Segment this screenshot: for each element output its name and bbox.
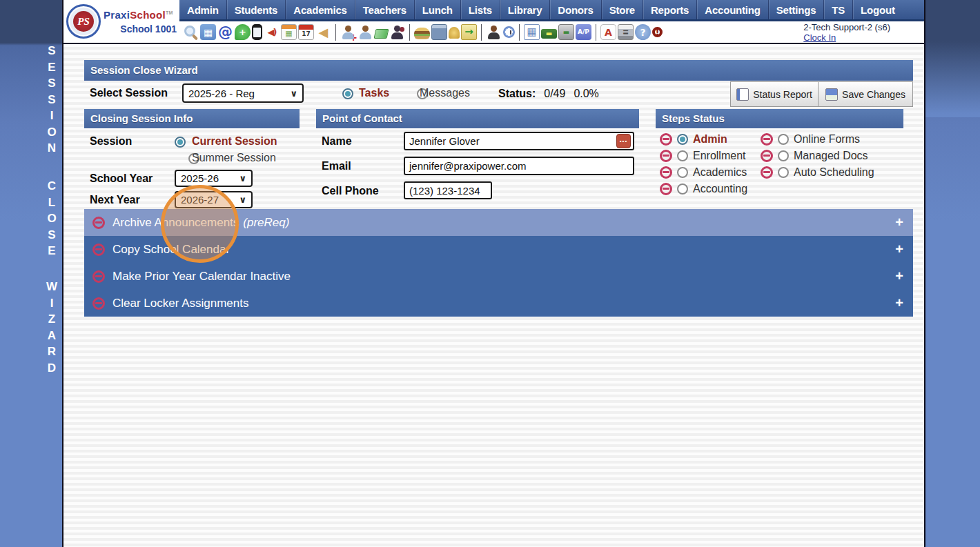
next-year-select[interactable]: 2026-27∨ xyxy=(175,191,253,208)
mobile-phone-icon[interactable] xyxy=(252,24,262,40)
money-icon[interactable] xyxy=(374,29,389,39)
task-row-copy-school-calendar[interactable]: Copy School Calendar+ xyxy=(84,236,913,263)
nav-item-teachers[interactable]: Teachers xyxy=(355,0,414,19)
step-status-accounting: Accounting xyxy=(660,181,747,197)
spreadsheet-icon[interactable]: ▦ xyxy=(524,24,540,40)
school-year-label: School Year xyxy=(90,172,153,185)
point-of-contact-header: Point of Contact xyxy=(316,109,639,128)
task-row-archive-announcements[interactable]: Archive Announcements(preReq)+ xyxy=(84,209,913,236)
nav-item-ts[interactable]: TS xyxy=(823,0,852,19)
status-report-button[interactable]: Status Report xyxy=(730,81,818,107)
calendar-color-icon[interactable]: ▦ xyxy=(281,24,297,40)
task-row-make-prior-year-calendar-inactive[interactable]: Make Prior Year Calendar Inactive+ xyxy=(84,263,913,290)
nav-item-library[interactable]: Library xyxy=(500,0,549,19)
step-radio-academics[interactable] xyxy=(677,167,688,178)
summer-session-label[interactable]: Summer Session xyxy=(192,152,276,164)
step-radio-online-forms[interactable] xyxy=(778,134,789,145)
step-label[interactable]: Online Forms xyxy=(794,133,860,146)
pdf-icon[interactable]: A xyxy=(600,24,616,40)
cell-phone-field[interactable]: (123) 123-1234 xyxy=(404,181,492,199)
add-person-icon[interactable]: + xyxy=(340,24,356,40)
send-note-icon[interactable]: → xyxy=(461,24,477,40)
status-summary: Status: 0/49 0.0% xyxy=(498,88,599,100)
step-label[interactable]: Admin xyxy=(693,133,727,146)
icon-toolbar: ▦@+◀)▦17◀+→▦▬▬A/PA≡?! 2-Tech Support-2 (… xyxy=(179,21,925,43)
bell-icon[interactable] xyxy=(449,27,460,39)
help-icon[interactable]: ? xyxy=(635,24,651,40)
email-at-icon[interactable]: @ xyxy=(217,24,233,40)
step-label[interactable]: Accounting xyxy=(693,183,747,195)
name-more-button[interactable]: ••• xyxy=(616,134,631,148)
name-field[interactable]: Jennifer Glover xyxy=(404,132,634,150)
nav-item-settings[interactable]: Settings xyxy=(768,0,824,19)
nav-item-academics[interactable]: Academics xyxy=(285,0,354,19)
step-label[interactable]: Enrollment xyxy=(693,150,745,162)
nav-item-logout[interactable]: Logout xyxy=(852,0,903,19)
expand-plus-icon[interactable]: + xyxy=(895,268,905,284)
speaker-icon[interactable]: ◀) xyxy=(264,24,280,40)
nav-item-accounting[interactable]: Accounting xyxy=(696,0,768,19)
payment-card-icon[interactable]: ▬ xyxy=(541,29,557,39)
megaphone-icon[interactable]: ◀ xyxy=(315,24,331,40)
task-label: Archive Announcements xyxy=(112,216,239,230)
step-status-online-forms: Online Forms xyxy=(761,131,874,148)
no-entry-icon xyxy=(92,270,105,283)
school-year-select[interactable]: 2025-26∨ xyxy=(175,170,253,187)
expand-plus-icon[interactable]: + xyxy=(895,215,905,230)
logo-monogram: PS xyxy=(73,11,94,32)
steps-column-2: Online FormsManaged DocsAuto Scheduling xyxy=(761,131,874,181)
step-radio-accounting[interactable] xyxy=(677,183,688,195)
email-field[interactable]: jennifer@praxipower.com xyxy=(404,157,634,175)
task-prereq-label: (preReq) xyxy=(243,216,289,230)
step-label[interactable]: Managed Docs xyxy=(794,150,868,162)
accounts-payable-icon[interactable]: A/P xyxy=(576,24,591,40)
step-label[interactable]: Academics xyxy=(693,166,747,179)
expand-plus-icon[interactable]: + xyxy=(895,241,905,257)
chevron-down-icon: ∨ xyxy=(290,88,297,99)
no-entry-icon xyxy=(761,166,773,179)
person-icon[interactable] xyxy=(357,24,373,40)
task-label: Make Prior Year Calendar Inactive xyxy=(112,270,291,284)
nav-item-reports[interactable]: Reports xyxy=(643,0,696,19)
no-entry-icon xyxy=(761,133,773,146)
nav-item-store[interactable]: Store xyxy=(601,0,643,19)
task-row-clear-locker-assignments[interactable]: Clear Locker Assignments+ xyxy=(84,290,913,317)
messages-label[interactable]: Messages xyxy=(420,87,470,99)
tasks-label[interactable]: Tasks xyxy=(359,87,389,99)
cash-register-icon[interactable]: ▬ xyxy=(558,24,574,40)
step-radio-admin[interactable] xyxy=(677,134,688,145)
nav-item-lunch[interactable]: Lunch xyxy=(414,0,460,19)
step-label[interactable]: Auto Scheduling xyxy=(794,166,874,179)
current-session-radio[interactable] xyxy=(175,137,186,148)
session-select[interactable]: 2025-26 - Reg∨ xyxy=(182,83,304,103)
family-icon[interactable] xyxy=(389,24,405,40)
content-right-border xyxy=(924,0,925,547)
nav-item-admin[interactable]: Admin xyxy=(179,0,226,19)
no-entry-icon xyxy=(92,217,105,229)
printer-icon[interactable]: ≡ xyxy=(618,24,634,40)
notebook-icon[interactable] xyxy=(431,24,447,40)
save-changes-button[interactable]: Save Changes xyxy=(818,81,913,107)
stop-icon[interactable]: ! xyxy=(652,27,663,37)
calendar-date-icon[interactable]: 17 xyxy=(298,24,314,40)
clock-in-link[interactable]: Clock In xyxy=(803,32,890,43)
tasks-radio[interactable] xyxy=(342,88,353,99)
nav-item-students[interactable]: Students xyxy=(226,0,286,19)
calendar-grid-icon[interactable]: ▦ xyxy=(200,24,216,40)
wizard-header: Session Close Wizard xyxy=(84,60,913,81)
nav-item-donors[interactable]: Donors xyxy=(549,0,600,19)
current-session-label[interactable]: Current Session xyxy=(192,135,277,148)
nav-item-lists[interactable]: Lists xyxy=(460,0,500,19)
chat-icon[interactable]: + xyxy=(235,24,251,40)
expand-plus-icon[interactable]: + xyxy=(895,295,905,311)
search-icon[interactable] xyxy=(183,24,199,40)
step-radio-auto-scheduling[interactable] xyxy=(778,167,789,178)
no-entry-icon xyxy=(660,183,672,195)
staff-person-icon[interactable] xyxy=(486,24,502,40)
lunch-burger-icon[interactable] xyxy=(414,28,430,39)
app-logo: PS PraxiSchoolTM School 1001 xyxy=(63,0,179,43)
alarm-clock-icon[interactable] xyxy=(503,26,515,38)
save-icon xyxy=(825,88,838,101)
step-radio-managed-docs[interactable] xyxy=(778,150,789,161)
step-radio-enrollment[interactable] xyxy=(677,150,688,161)
